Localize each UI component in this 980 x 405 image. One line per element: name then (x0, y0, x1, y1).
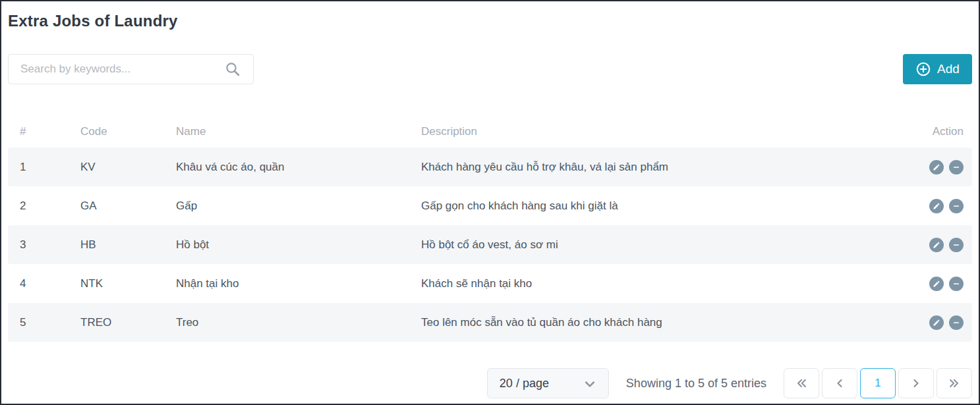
cell-name: Nhận tại kho (176, 277, 421, 290)
table-footer: 20 / page Showing 1 to 5 of 5 entries 1 (8, 368, 972, 398)
cell-name: Khâu vá cúc áo, quần (176, 161, 421, 174)
entries-summary: Showing 1 to 5 of 5 entries (626, 377, 766, 391)
cell-code: TREO (80, 316, 176, 329)
remove-button[interactable] (949, 160, 964, 175)
double-chevron-left-icon (795, 377, 808, 390)
plus-circle-icon (915, 61, 931, 77)
cell-description: Khách hàng yêu cầu hỗ trợ khâu, vá lại s… (421, 161, 911, 174)
cell-action (911, 199, 972, 213)
minus-icon (952, 319, 960, 327)
double-chevron-right-icon (948, 377, 961, 390)
search-icon[interactable] (225, 61, 241, 77)
cell-index: 4 (8, 277, 80, 290)
cell-description: Teo lên móc sẵn vào tủ quần áo cho khách… (421, 316, 911, 329)
cell-action (911, 315, 972, 330)
cell-code: GA (80, 200, 176, 213)
minus-icon (952, 202, 960, 210)
page-size-value: 20 / page (500, 377, 549, 391)
page-title: Extra Jobs of Laundry (8, 12, 972, 30)
cell-index: 2 (8, 200, 80, 213)
cell-action (911, 238, 972, 252)
cell-name: Treo (176, 316, 421, 329)
pencil-icon (933, 202, 940, 210)
column-header-description: Description (421, 125, 911, 138)
column-header-code: Code (80, 125, 176, 138)
chevron-left-icon (833, 377, 846, 390)
cell-description: Gấp gọn cho khách hàng sau khi giặt là (421, 200, 911, 213)
page-1-button[interactable]: 1 (860, 368, 896, 398)
toolbar: Add (8, 54, 972, 84)
remove-button[interactable] (949, 277, 964, 291)
pagination: 1 (784, 368, 972, 398)
table-row: 4 NTK Nhận tại kho Khách sẽ nhận tại kho (8, 264, 972, 303)
pencil-icon (933, 163, 940, 171)
edit-button[interactable] (929, 277, 944, 291)
table-header-row: # Code Name Description Action (8, 116, 972, 148)
edit-button[interactable] (929, 160, 944, 175)
first-page-button[interactable] (784, 368, 819, 398)
column-header-action: Action (911, 125, 972, 138)
edit-button[interactable] (929, 238, 944, 252)
table-row: 5 TREO Treo Teo lên móc sẵn vào tủ quần … (8, 303, 972, 342)
extra-jobs-page: Extra Jobs of Laundry Add # Code Name De… (0, 0, 980, 405)
search-input[interactable] (8, 54, 254, 84)
add-button[interactable]: Add (903, 54, 972, 84)
minus-icon (952, 280, 960, 288)
pencil-icon (933, 241, 940, 249)
table-row: 2 GA Gấp Gấp gọn cho khách hàng sau khi … (8, 186, 972, 225)
edit-button[interactable] (929, 315, 944, 330)
cell-name: Hồ bột (176, 238, 421, 252)
cell-index: 3 (8, 238, 80, 252)
search-box (8, 54, 254, 84)
chevron-down-icon (583, 377, 596, 391)
cell-description: Hồ bột cổ áo vest, áo sơ mi (421, 238, 911, 252)
page-size-select[interactable]: 20 / page (487, 368, 609, 398)
chevron-right-icon (909, 377, 923, 390)
cell-code: HB (80, 238, 176, 252)
minus-icon (952, 163, 960, 171)
next-page-button[interactable] (898, 368, 934, 398)
last-page-button[interactable] (937, 368, 972, 398)
extra-jobs-table: # Code Name Description Action 1 KV Khâu… (8, 116, 972, 342)
table-row: 3 HB Hồ bột Hồ bột cổ áo vest, áo sơ mi (8, 225, 972, 264)
column-header-index: # (8, 125, 80, 138)
previous-page-button[interactable] (822, 368, 857, 398)
remove-button[interactable] (949, 238, 964, 252)
cell-code: NTK (80, 277, 176, 290)
cell-action (911, 160, 972, 175)
remove-button[interactable] (949, 199, 964, 213)
pencil-icon (933, 319, 940, 327)
cell-index: 1 (8, 161, 80, 174)
cell-code: KV (80, 161, 176, 174)
remove-button[interactable] (949, 315, 964, 330)
cell-description: Khách sẽ nhận tại kho (421, 277, 911, 290)
column-header-name: Name (176, 125, 421, 138)
cell-index: 5 (8, 316, 80, 329)
edit-button[interactable] (929, 199, 944, 213)
cell-name: Gấp (176, 200, 421, 213)
cell-action (911, 277, 972, 291)
minus-icon (952, 241, 960, 249)
table-row: 1 KV Khâu vá cúc áo, quần Khách hàng yêu… (8, 148, 972, 186)
add-button-label: Add (937, 62, 960, 76)
pencil-icon (933, 280, 940, 288)
